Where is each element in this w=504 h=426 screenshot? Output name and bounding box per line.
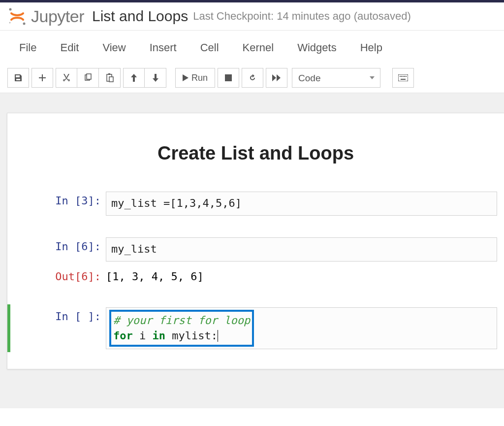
highlighted-region: # your first for loopfor i in mylist: [109, 310, 254, 347]
code-comment: # your first for loop [113, 314, 250, 327]
jupyter-logo[interactable]: Jupyter [7, 6, 84, 26]
notebook-area: Create List and Loops In [3]: my_list =[… [0, 93, 504, 408]
play-icon [183, 74, 189, 81]
move-down-button[interactable] [145, 68, 166, 88]
cell-content: [1, 3, 4, 5, 6] [106, 267, 504, 286]
restart-icon [248, 73, 257, 82]
menu-widgets[interactable]: Widgets [285, 33, 348, 63]
svg-rect-12 [403, 76, 404, 77]
menu-edit[interactable]: Edit [48, 33, 91, 63]
svg-rect-11 [401, 76, 402, 77]
arrow-down-icon [152, 74, 159, 82]
toolbar: Run Code [0, 65, 504, 93]
cut-button[interactable] [56, 68, 77, 88]
run-button[interactable]: Run [175, 68, 215, 88]
svg-rect-8 [225, 74, 232, 81]
checkpoint-text: Last Checkpoint: 14 minutes ago (autosav… [193, 10, 411, 23]
cell-content: my_list =[1,3,4,5,6] [106, 192, 504, 216]
run-label: Run [191, 73, 208, 83]
text-cursor [218, 330, 218, 342]
svg-rect-15 [401, 79, 406, 80]
code-output: [1, 3, 4, 5, 6] [106, 267, 497, 286]
code-input[interactable]: my_list [106, 237, 497, 262]
header: Jupyter List and Loops Last Checkpoint: … [0, 2, 504, 31]
svg-rect-10 [400, 76, 401, 77]
menu-help[interactable]: Help [348, 33, 394, 63]
copy-button[interactable] [77, 68, 99, 88]
cell-content: my_list [106, 237, 504, 262]
restart-button[interactable] [242, 68, 263, 88]
code-keyword: for [113, 329, 133, 342]
svg-point-0 [9, 8, 12, 11]
menu-file[interactable]: File [7, 33, 48, 63]
arrow-up-icon [130, 74, 137, 82]
cell-gap [7, 291, 504, 302]
input-prompt: In [6]: [7, 237, 106, 262]
svg-rect-13 [404, 76, 405, 77]
save-icon [14, 73, 23, 82]
save-button[interactable] [7, 68, 29, 88]
code-cell-selected[interactable]: In [ ]: # your first for loopfor i in my… [7, 304, 504, 353]
markdown-heading[interactable]: Create List and Loops [7, 143, 504, 164]
output-prompt: Out[6]: [7, 267, 106, 286]
code-text: mylist: [165, 329, 218, 342]
paste-icon [105, 73, 114, 82]
menu-kernel[interactable]: Kernel [231, 33, 286, 63]
code-text: i [133, 329, 153, 342]
restart-run-all-button[interactable] [266, 68, 287, 88]
move-group [123, 68, 166, 88]
input-prompt: In [ ]: [10, 307, 106, 350]
code-cell[interactable]: In [6]: my_list [7, 234, 504, 264]
svg-rect-7 [109, 77, 113, 82]
menu-insert[interactable]: Insert [138, 33, 189, 63]
svg-point-2 [9, 22, 11, 24]
svg-rect-14 [406, 76, 407, 77]
input-prompt: In [3]: [7, 192, 106, 216]
menubar: File Edit View Insert Cell Kernel Widget… [0, 31, 504, 65]
cut-copy-paste-group [56, 68, 121, 88]
code-keyword: in [153, 329, 166, 342]
plus-icon [38, 74, 46, 82]
notebook-title[interactable]: List and Loops [92, 8, 188, 25]
code-input[interactable]: my_list =[1,3,4,5,6] [106, 192, 497, 216]
copy-icon [84, 73, 93, 82]
move-up-button[interactable] [123, 68, 145, 88]
fast-forward-icon [272, 74, 281, 81]
cell-content: # your first for loopfor i in mylist: [106, 307, 504, 350]
output-cell: Out[6]: [1, 3, 4, 5, 6] [7, 266, 504, 289]
cut-icon [62, 73, 71, 82]
notebook-paper: Create List and Loops In [3]: my_list =[… [7, 113, 504, 369]
stop-icon [225, 74, 232, 81]
jupyter-icon [7, 6, 27, 26]
svg-rect-4 [87, 74, 91, 79]
celltype-select-wrap: Code [292, 68, 380, 88]
command-palette-button[interactable] [392, 68, 414, 88]
svg-point-1 [23, 23, 26, 25]
keyboard-icon [398, 74, 408, 81]
celltype-select[interactable]: Code [292, 68, 380, 88]
cell-gap [7, 221, 504, 232]
code-cell[interactable]: In [3]: my_list =[1,3,4,5,6] [7, 189, 504, 219]
svg-rect-9 [398, 74, 408, 81]
paste-button[interactable] [99, 68, 121, 88]
add-cell-button[interactable] [32, 68, 53, 88]
menu-cell[interactable]: Cell [189, 33, 231, 63]
svg-rect-6 [108, 73, 110, 75]
interrupt-button[interactable] [218, 68, 239, 88]
menu-view[interactable]: View [91, 33, 137, 63]
jupyter-logo-text: Jupyter [31, 7, 84, 26]
code-input[interactable]: # your first for loopfor i in mylist: [106, 307, 497, 350]
